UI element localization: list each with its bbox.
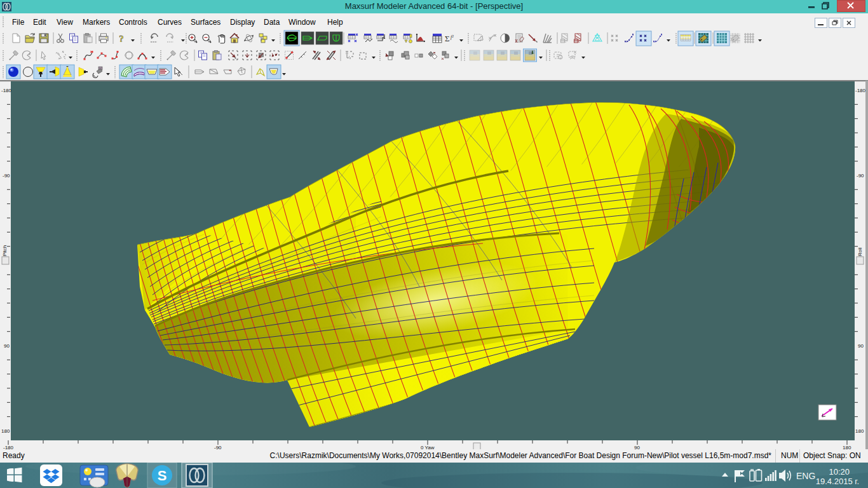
svg-text:-90: -90	[3, 173, 10, 179]
svg-text:?: ?	[119, 34, 124, 44]
svg-text:180: 180	[855, 428, 864, 434]
svg-text:S: S	[158, 468, 167, 484]
svg-text:Σ: Σ	[445, 34, 450, 43]
svg-text:10:20: 10:20	[829, 467, 850, 477]
svg-text:19.4.2015 г.: 19.4.2015 г.	[816, 477, 859, 486]
svg-text:-90: -90	[857, 173, 864, 179]
svg-text:f²: f²	[451, 34, 454, 40]
svg-text:90: 90	[4, 343, 10, 349]
svg-text:-180: -180	[855, 88, 866, 93]
svg-text:ENG: ENG	[796, 471, 815, 481]
svg-text:180: 180	[1, 428, 10, 434]
svg-text:90: 90	[858, 343, 864, 349]
